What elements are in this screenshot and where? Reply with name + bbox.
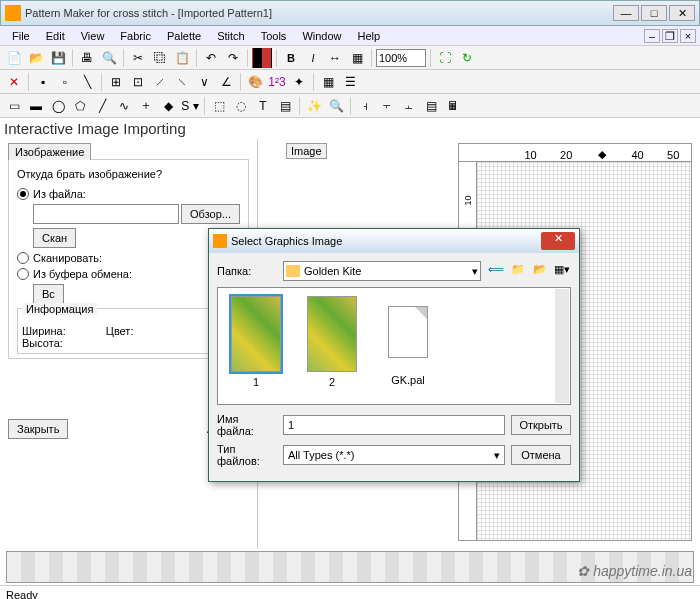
file-item-3[interactable]: GK.pal <box>378 296 438 396</box>
tool-e[interactable]: ⊡ <box>128 72 148 92</box>
tool-c[interactable]: ╲ <box>77 72 97 92</box>
minimize-button[interactable]: — <box>613 5 639 21</box>
menu-stitch[interactable]: Stitch <box>209 28 253 44</box>
menu-palette[interactable]: Palette <box>159 28 209 44</box>
file-dialog: Select Graphics Image ✕ Папка: Golden Ki… <box>208 228 580 482</box>
wand-icon[interactable]: ✨ <box>304 96 324 116</box>
cut-icon[interactable]: ✂ <box>128 48 148 68</box>
shape-line-icon[interactable]: ╱ <box>92 96 112 116</box>
zoom-icon[interactable]: 🔍 <box>326 96 346 116</box>
paste-button[interactable]: Вс <box>33 284 64 304</box>
cancel-button[interactable]: Отмена <box>511 445 571 465</box>
file-item-1[interactable]: 1 <box>226 296 286 396</box>
menu-edit[interactable]: Edit <box>38 28 73 44</box>
grid-icon[interactable]: ▦ <box>318 72 338 92</box>
redo-icon[interactable]: ↷ <box>223 48 243 68</box>
dialog-close-button[interactable]: ✕ <box>541 232 575 250</box>
shape-poly-icon[interactable]: ⬠ <box>70 96 90 116</box>
fit-icon[interactable]: ⛶ <box>435 48 455 68</box>
radio-clipboard[interactable] <box>17 268 29 280</box>
refresh-icon[interactable]: ↻ <box>457 48 477 68</box>
shape-s-icon[interactable]: S ▾ <box>180 96 200 116</box>
menu-help[interactable]: Help <box>350 28 389 44</box>
folder-combo[interactable]: Golden Kite ▾ <box>283 261 481 281</box>
copy-icon[interactable]: ⿻ <box>150 48 170 68</box>
delete-icon[interactable]: ✕ <box>4 72 24 92</box>
new-folder-icon[interactable]: 📂 <box>531 263 549 279</box>
tool-f[interactable]: ⟋ <box>150 72 170 92</box>
open-icon[interactable]: 📂 <box>26 48 46 68</box>
bold-icon[interactable]: B <box>281 48 301 68</box>
tool-d[interactable]: ⊞ <box>106 72 126 92</box>
menu-window[interactable]: Window <box>294 28 349 44</box>
tool-h[interactable]: ∨ <box>194 72 214 92</box>
tool-g[interactable]: ⟍ <box>172 72 192 92</box>
open-button[interactable]: Открыть <box>511 415 571 435</box>
save-icon[interactable]: 💾 <box>48 48 68 68</box>
sparkle-icon[interactable]: ✦ <box>289 72 309 92</box>
shape-rect-icon[interactable]: ▭ <box>4 96 24 116</box>
palette-icon[interactable]: 🎨 <box>245 72 265 92</box>
up-icon[interactable]: 📁 <box>509 263 527 279</box>
menu-fabric[interactable]: Fabric <box>112 28 159 44</box>
view-icon[interactable]: ▦▾ <box>553 263 571 279</box>
menu-file[interactable]: File <box>4 28 38 44</box>
sel-ellipse-icon[interactable]: ◌ <box>231 96 251 116</box>
toolbar-1: 📄 📂 💾 🖶 🔍 ✂ ⿻ 📋 ↶ ↷ B I ↔ ▦ ⛶ ↻ <box>0 46 700 70</box>
file-path-input[interactable] <box>33 204 179 224</box>
filetype-combo[interactable]: All Types (*.*)▾ <box>283 445 505 465</box>
calc-icon[interactable]: 🖩 <box>443 96 463 116</box>
mdi-minimize[interactable]: – <box>644 29 660 43</box>
book-icon[interactable]: ▤ <box>275 96 295 116</box>
count-icon[interactable]: 1²3 <box>267 72 287 92</box>
mdi-close[interactable]: × <box>680 29 696 43</box>
menu-view[interactable]: View <box>73 28 113 44</box>
preview-icon[interactable]: 🔍 <box>99 48 119 68</box>
dialog-icon <box>213 234 227 248</box>
text-icon[interactable]: T <box>253 96 273 116</box>
radio-scan[interactable] <box>17 252 29 264</box>
filename-input[interactable] <box>283 415 505 435</box>
grid-size-icon[interactable]: ▦ <box>347 48 367 68</box>
tool-a[interactable]: ▪ <box>33 72 53 92</box>
align-a[interactable]: ⫞ <box>355 96 375 116</box>
shape-diamond-icon[interactable]: ◆ <box>158 96 178 116</box>
tool-i[interactable]: ∠ <box>216 72 236 92</box>
shape-ellipse-icon[interactable]: ◯ <box>48 96 68 116</box>
back-icon[interactable]: ⟸ <box>487 263 505 279</box>
new-icon[interactable]: 📄 <box>4 48 24 68</box>
radio-file[interactable] <box>17 188 29 200</box>
ruler-horizontal: 1020◆4050 <box>459 144 691 162</box>
align-b[interactable]: ⫟ <box>377 96 397 116</box>
file-item-2[interactable]: 2 <box>302 296 362 396</box>
app-icon <box>5 5 21 21</box>
browse-button[interactable]: Обзор... <box>181 204 240 224</box>
sel-rect-icon[interactable]: ⬚ <box>209 96 229 116</box>
close-panel-button[interactable]: Закрыть <box>8 419 68 439</box>
layer-icon[interactable]: ☰ <box>340 72 360 92</box>
print-icon[interactable]: 🖶 <box>77 48 97 68</box>
maximize-button[interactable]: □ <box>641 5 667 21</box>
info-width: Ширина: <box>22 325 66 337</box>
scan-button[interactable]: Скан <box>33 228 76 248</box>
radio-scan-label: Сканировать: <box>33 252 102 264</box>
menu-tools[interactable]: Tools <box>253 28 295 44</box>
color-swatch[interactable] <box>252 48 272 68</box>
tool-b[interactable]: ▫ <box>55 72 75 92</box>
props-icon[interactable]: ▤ <box>421 96 441 116</box>
mdi-restore[interactable]: ❐ <box>662 29 678 43</box>
tab-image[interactable]: Изображение <box>8 143 91 160</box>
shape-fill-icon[interactable]: ▬ <box>26 96 46 116</box>
italic-icon[interactable]: I <box>303 48 323 68</box>
shape-plus-icon[interactable]: ＋ <box>136 96 156 116</box>
file-list[interactable]: 1 2 GK.pal <box>217 287 571 405</box>
statusbar: Ready <box>0 585 700 599</box>
shape-curve-icon[interactable]: ∿ <box>114 96 134 116</box>
paste-icon[interactable]: 📋 <box>172 48 192 68</box>
close-button[interactable]: ✕ <box>669 5 695 21</box>
line-icon[interactable]: ↔ <box>325 48 345 68</box>
undo-icon[interactable]: ↶ <box>201 48 221 68</box>
zoom-combo[interactable] <box>376 49 426 67</box>
align-c[interactable]: ⫠ <box>399 96 419 116</box>
file-scrollbar[interactable] <box>555 289 569 403</box>
